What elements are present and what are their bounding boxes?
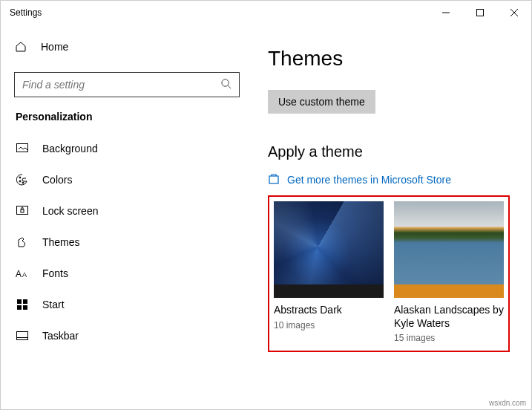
sidebar-item-label: Taskbar — [42, 330, 79, 342]
svg-rect-1 — [477, 10, 484, 16]
colors-icon — [16, 174, 29, 186]
theme-accent — [394, 284, 504, 298]
maximize-icon — [476, 9, 484, 16]
sidebar-item-label: Fonts — [42, 267, 68, 279]
close-button[interactable] — [497, 1, 531, 25]
svg-rect-6 — [17, 144, 28, 152]
title-controls — [429, 1, 531, 25]
svg-point-7 — [19, 177, 21, 178]
use-custom-theme-button[interactable]: Use custom theme — [268, 90, 375, 114]
svg-point-8 — [19, 180, 21, 182]
sidebar: Home Personalization Background Colors L… — [1, 25, 253, 409]
sidebar-item-lock-screen[interactable]: Lock screen — [14, 195, 240, 227]
search-box[interactable] — [14, 72, 240, 97]
theme-item-alaskan-landscapes[interactable]: Alaskan Landscapes by Kyle Waters 15 ima… — [394, 201, 504, 343]
svg-point-9 — [22, 182, 24, 183]
sidebar-item-label: Themes — [42, 236, 80, 248]
themes-icon — [16, 236, 29, 248]
titlebar: Settings — [1, 1, 531, 25]
svg-text:A: A — [16, 269, 22, 279]
theme-name: Abstracts Dark — [274, 304, 384, 317]
apply-theme-title: Apply a theme — [268, 143, 516, 160]
store-icon — [268, 172, 280, 186]
theme-name: Alaskan Landscapes by Kyle Waters — [394, 304, 504, 330]
minimize-icon — [442, 9, 450, 16]
theme-accent — [274, 284, 384, 298]
background-icon — [16, 143, 29, 154]
sidebar-item-label: Background — [42, 143, 98, 154]
fonts-icon: AA — [16, 268, 29, 279]
home-icon — [14, 41, 27, 53]
sidebar-item-fonts[interactable]: AA Fonts — [14, 258, 240, 289]
theme-preview — [274, 201, 384, 284]
sidebar-item-start[interactable]: Start — [14, 289, 240, 320]
search-input[interactable] — [22, 79, 220, 91]
home-label: Home — [41, 41, 68, 53]
start-icon — [16, 299, 29, 310]
page-title: Themes — [268, 47, 516, 71]
themes-grid: Abstracts Dark 10 images Alaskan Landsca… — [268, 195, 510, 352]
svg-rect-18 — [17, 332, 28, 340]
watermark: wsxdn.com — [489, 399, 526, 407]
theme-preview — [394, 201, 504, 284]
sidebar-item-label: Lock screen — [42, 205, 98, 217]
minimize-button[interactable] — [429, 1, 463, 25]
theme-item-abstracts-dark[interactable]: Abstracts Dark 10 images — [274, 201, 384, 343]
theme-count: 15 images — [394, 333, 504, 343]
lock-screen-icon — [16, 206, 29, 216]
sidebar-item-background[interactable]: Background — [14, 133, 240, 164]
sidebar-item-label: Colors — [42, 174, 72, 186]
svg-rect-17 — [23, 305, 27, 310]
close-icon — [510, 9, 518, 16]
category-label: Personalization — [14, 111, 240, 123]
svg-rect-14 — [17, 299, 22, 304]
svg-text:A: A — [22, 271, 27, 279]
sidebar-item-taskbar[interactable]: Taskbar — [14, 320, 240, 351]
sidebar-item-label: Start — [42, 299, 65, 310]
window-title: Settings — [10, 7, 42, 18]
svg-rect-20 — [269, 176, 278, 183]
taskbar-icon — [16, 331, 29, 340]
sidebar-item-colors[interactable]: Colors — [14, 164, 240, 195]
main-content: Themes Use custom theme Apply a theme Ge… — [253, 25, 531, 409]
svg-rect-11 — [21, 209, 24, 212]
store-link[interactable]: Get more themes in Microsoft Store — [268, 172, 516, 186]
svg-point-4 — [222, 79, 229, 85]
search-icon — [220, 78, 231, 92]
theme-count: 10 images — [274, 320, 384, 331]
svg-rect-15 — [23, 299, 27, 304]
maximize-button[interactable] — [463, 1, 497, 25]
svg-rect-16 — [17, 305, 22, 310]
store-link-label: Get more themes in Microsoft Store — [287, 174, 451, 186]
sidebar-item-themes[interactable]: Themes — [14, 227, 240, 258]
svg-line-5 — [228, 85, 231, 88]
home-nav[interactable]: Home — [14, 32, 240, 62]
